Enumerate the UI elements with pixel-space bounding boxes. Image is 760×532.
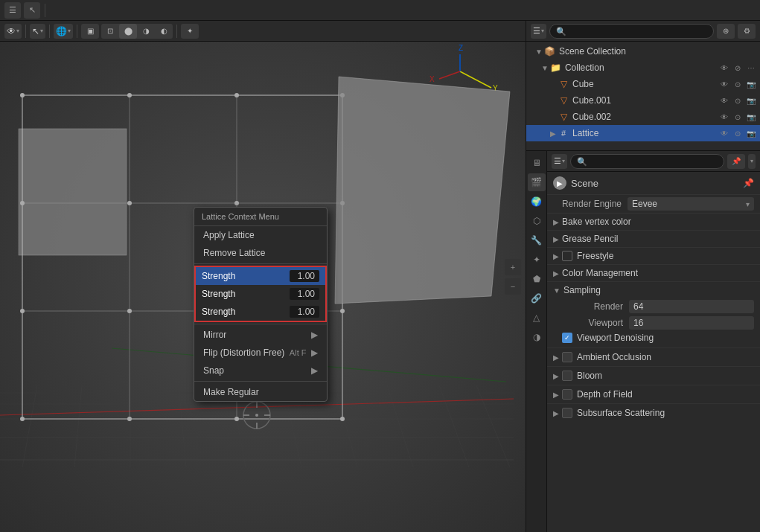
- freestyle-section[interactable]: ▶ Freestyle: [547, 247, 760, 264]
- ao-title: Ambient Occlusion: [577, 352, 651, 362]
- outliner-cube002[interactable]: ▶ ▽ Cube.002 👁 ⊙ 📷: [526, 109, 760, 125]
- wire-shading-icon[interactable]: ⊡: [101, 24, 119, 39]
- prop-tab-particles[interactable]: ✦: [528, 251, 546, 269]
- bloom-checkbox[interactable]: [562, 371, 572, 381]
- outliner-search-input[interactable]: [549, 24, 714, 39]
- outliner-settings-icon[interactable]: ⚙: [738, 24, 756, 39]
- outliner-cube001[interactable]: ▶ ▽ Cube.001 👁 ⊙ 📷: [526, 92, 760, 109]
- prop-view-dropdown[interactable]: ▾: [748, 154, 756, 169]
- cube-arrow[interactable]: ▶: [550, 80, 556, 89]
- lattice-vis-btn[interactable]: 👁: [718, 127, 730, 139]
- outliner-cube[interactable]: ▶ ▽ Cube 👁 ⊙ 📷: [526, 76, 760, 92]
- bloom-section[interactable]: ▶ Bloom: [547, 366, 760, 385]
- svg-marker-46: [335, 77, 510, 304]
- apply-lattice-item[interactable]: Apply Lattice: [194, 226, 327, 244]
- strength-item-3[interactable]: Strength 1.00: [196, 303, 325, 321]
- prop-tab-modifier[interactable]: 🔧: [528, 231, 546, 249]
- outliner-menu-icon[interactable]: ☰ ▾: [531, 24, 546, 39]
- strength-item-2[interactable]: Strength 1.00: [196, 285, 325, 303]
- prop-tab-render[interactable]: 🖥: [528, 154, 546, 172]
- render-samples-input[interactable]: 64: [629, 300, 754, 313]
- svg-line-13: [439, 385, 469, 467]
- grease-pencil-section[interactable]: ▶ Grease Pencil: [547, 230, 760, 247]
- cube002-render-btn[interactable]: 📷: [745, 111, 757, 123]
- prop-menu-btn[interactable]: ☰ ▾: [552, 154, 567, 169]
- cube001-arrow[interactable]: ▶: [550, 97, 556, 105]
- cube001-sel-btn[interactable]: ⊙: [732, 94, 744, 106]
- viewport-square-icon[interactable]: ▣: [81, 24, 99, 39]
- freestyle-title: Freestyle: [577, 251, 613, 261]
- toolbar-icon-2[interactable]: ↖: [24, 2, 40, 19]
- prop-tab-physics[interactable]: ⬟: [528, 270, 546, 288]
- render-engine-dropdown[interactable]: Eevee ▾: [628, 197, 754, 211]
- prop-tab-object[interactable]: ⬡: [528, 212, 546, 230]
- sampling-section-header[interactable]: ▼ Sampling: [547, 281, 760, 298]
- collection-excl-btn[interactable]: ⊘: [732, 62, 744, 74]
- ambient-occlusion-section[interactable]: ▶ Ambient Occlusion: [547, 347, 760, 366]
- bake-vertex-arrow: ▶: [553, 218, 559, 226]
- dof-arrow: ▶: [553, 391, 559, 399]
- dof-checkbox[interactable]: [562, 389, 572, 400]
- outliner-lattice[interactable]: ▶ # Lattice 👁 ⊙ 📷: [526, 125, 760, 141]
- sss-section[interactable]: ▶ Subsurface Scattering: [547, 403, 760, 422]
- flip-item[interactable]: Flip (Distortion Free) Alt F ▶: [194, 344, 327, 362]
- prop-pin-btn[interactable]: 📌: [727, 154, 745, 169]
- prop-search-input[interactable]: [570, 154, 724, 169]
- dof-section[interactable]: ▶ Depth of Field: [547, 385, 760, 403]
- scene-pin-btn[interactable]: 📌: [743, 178, 754, 188]
- viewport-denoising-checkbox[interactable]: ✓: [562, 333, 572, 343]
- outliner-filter-icon[interactable]: ⊛: [717, 24, 735, 39]
- svg-line-19: [439, 71, 460, 79]
- toolbar-icon-1[interactable]: ☰: [4, 2, 21, 19]
- cube002-sel-btn[interactable]: ⊙: [732, 111, 744, 123]
- viewport-samples-input[interactable]: 16: [629, 316, 754, 330]
- viewport[interactable]: Y Z X: [0, 21, 526, 532]
- outliner-collection[interactable]: ▼ 📁 Collection 👁 ⊘ ⋯: [526, 60, 760, 76]
- make-regular-item[interactable]: Make Regular: [194, 383, 327, 401]
- eye-icon: 👁: [7, 26, 16, 36]
- render-shading-icon[interactable]: ◐: [155, 24, 173, 39]
- lattice-sel-btn[interactable]: ⊙: [732, 127, 744, 139]
- sss-checkbox[interactable]: [562, 408, 572, 418]
- cube002-vis-btn[interactable]: 👁: [718, 111, 730, 123]
- snap-item[interactable]: Snap ▶: [194, 362, 327, 379]
- prop-tab-constraints[interactable]: 🔗: [528, 289, 546, 307]
- prop-tab-data[interactable]: △: [528, 309, 546, 327]
- outliner: ☰ ▾ ⊛ ⚙ ▼ 📦 Scene Collection ▼: [526, 21, 760, 151]
- outliner-scene-collection[interactable]: ▼ 📦 Scene Collection: [526, 43, 760, 60]
- viewport-view-dropdown[interactable]: 👁 ▾: [4, 24, 22, 39]
- lattice-arrow[interactable]: ▶: [550, 129, 556, 138]
- cube-render-btn[interactable]: 📷: [745, 78, 757, 90]
- side-icon-2[interactable]: −: [505, 278, 521, 295]
- solid-shading-icon[interactable]: ⬤: [119, 24, 137, 39]
- cube001-render-btn[interactable]: 📷: [745, 94, 757, 106]
- collection-more-btn[interactable]: ⋯: [745, 62, 757, 74]
- side-icon-1[interactable]: +: [505, 259, 521, 275]
- viewport-shading-dropdown[interactable]: 🌐 ▾: [54, 24, 73, 39]
- remove-lattice-item[interactable]: Remove Lattice: [194, 244, 327, 262]
- freestyle-checkbox[interactable]: [562, 251, 572, 261]
- prop-tab-world[interactable]: 🌍: [528, 193, 546, 211]
- bake-vertex-section[interactable]: ▶ Bake vertex color: [547, 213, 760, 230]
- cube-sel-btn[interactable]: ⊙: [732, 78, 744, 90]
- collection-arrow[interactable]: ▼: [541, 64, 549, 72]
- cube001-vis-btn[interactable]: 👁: [718, 94, 730, 106]
- material-shading-icon[interactable]: ◑: [137, 24, 155, 39]
- color-management-section[interactable]: ▶ Color Management: [547, 264, 760, 281]
- cube-vis-btn[interactable]: 👁: [718, 78, 730, 90]
- mirror-item[interactable]: Mirror ▶: [194, 326, 327, 344]
- collection-vis-btn[interactable]: 👁: [718, 62, 730, 74]
- prop-tab-scene[interactable]: 🎬: [528, 173, 546, 191]
- prop-tab-material[interactable]: ◑: [528, 328, 546, 346]
- viewport-select-dropdown[interactable]: ↖ ▾: [30, 24, 45, 39]
- cube002-arrow[interactable]: ▶: [550, 113, 556, 121]
- svg-point-42: [20, 417, 25, 421]
- viewport-gizmo-icon[interactable]: ✦: [181, 24, 199, 39]
- lattice-render-btn[interactable]: 📷: [745, 127, 757, 139]
- ao-checkbox[interactable]: [562, 352, 572, 362]
- strength-item-1[interactable]: Strength 1.00: [196, 267, 325, 285]
- properties-panel: 🖥 🎬 🌍 ⬡ 🔧 ✦ ⬟ 🔗 △ ◑ ☰ ▾: [526, 151, 760, 532]
- vp-sep-4: [176, 25, 177, 38]
- viewport-denoising-row[interactable]: ✓ Viewport Denoising: [547, 331, 760, 344]
- scene-collection-arrow[interactable]: ▼: [535, 48, 543, 56]
